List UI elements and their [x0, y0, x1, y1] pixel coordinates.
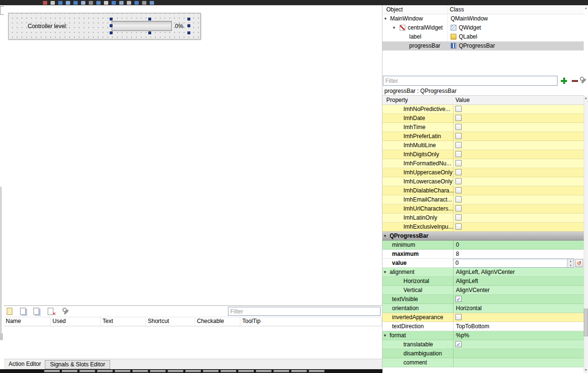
checkbox-unchecked[interactable] — [455, 133, 462, 139]
taskbar-window[interactable] — [132, 370, 148, 373]
selection-handle[interactable] — [187, 18, 190, 20]
taskbar-window[interactable] — [256, 370, 272, 373]
property-row[interactable]: textVisible✓ — [382, 295, 584, 304]
property-row[interactable]: disambiguation — [382, 349, 584, 358]
checkbox-unchecked[interactable] — [455, 151, 462, 157]
checkbox-unchecked[interactable] — [455, 106, 462, 112]
property-row[interactable]: invertedAppearance — [382, 313, 584, 322]
checkbox-unchecked[interactable] — [455, 160, 462, 166]
configure-property-editor-icon[interactable] — [579, 76, 588, 85]
taskbar-window[interactable] — [62, 370, 78, 373]
layout-grid-icon[interactable] — [134, 1, 139, 5]
property-row[interactable]: ImhPreferLatin — [382, 132, 584, 141]
configure-action-editor-icon[interactable] — [62, 307, 71, 316]
copy-icon[interactable] — [66, 1, 70, 5]
scroll-down-icon[interactable]: ▼ — [584, 368, 588, 373]
value-spinbox[interactable]: 0▴▾ — [453, 259, 574, 268]
expander-icon[interactable]: ▾ — [384, 268, 386, 276]
property-row[interactable]: translatable✓ — [382, 340, 584, 349]
property-row[interactable]: ImhNoPredictive... — [382, 105, 584, 114]
paste-icon[interactable] — [73, 1, 78, 5]
taskbar-window[interactable] — [97, 370, 113, 373]
adjust-size-icon[interactable] — [150, 1, 154, 5]
add-dynamic-property-icon[interactable] — [560, 77, 568, 85]
save-icon[interactable] — [51, 1, 55, 5]
taskbar-window[interactable] — [238, 370, 254, 373]
property-row[interactable]: ImhTime — [382, 123, 584, 132]
property-row[interactable]: maximum8 — [382, 250, 584, 259]
taskbar-window[interactable] — [79, 370, 95, 373]
taskbar-window[interactable] — [114, 370, 131, 373]
expander-icon[interactable]: ▾ — [384, 232, 386, 240]
property-row[interactable]: VerticalAlignVCenter — [382, 286, 584, 295]
tab-action-editor[interactable]: Action Editor — [4, 359, 46, 369]
taskbar-window[interactable] — [273, 370, 289, 373]
checkbox-unchecked[interactable] — [455, 196, 462, 202]
taskbar-window[interactable] — [167, 370, 184, 373]
checkbox-unchecked[interactable] — [455, 314, 462, 320]
form-editor-canvas[interactable] — [4, 5, 382, 305]
taskbar-window[interactable] — [150, 370, 166, 373]
property-row[interactable]: ▾alignmentAlignLeft, AlignVCenter — [382, 268, 584, 277]
selection-handle[interactable] — [148, 31, 151, 34]
layout-horizontal-icon[interactable] — [96, 1, 101, 5]
property-row[interactable]: ImhExclusiveInpu... — [382, 222, 584, 232]
layout-splitter-vertical-icon[interactable] — [119, 1, 124, 5]
object-row[interactable]: ▾centralWidgetQWidget — [382, 23, 584, 32]
taskbar-window[interactable] — [220, 370, 237, 373]
property-row[interactable]: textDirectionTopToBottom — [382, 322, 584, 331]
undo-icon[interactable] — [81, 1, 85, 5]
selection-handle[interactable] — [148, 18, 151, 20]
selection-handle[interactable] — [110, 31, 113, 34]
spinbox-arrows[interactable]: ▴▾ — [567, 259, 574, 267]
spin-up-icon[interactable]: ▴ — [567, 259, 574, 263]
property-row[interactable]: orientationHorizontal — [382, 304, 584, 313]
checkbox-unchecked[interactable] — [455, 223, 462, 230]
taskbar-window[interactable] — [203, 370, 219, 373]
action-filter-input[interactable] — [228, 307, 381, 316]
property-row[interactable]: ImhFormattedNu... — [382, 159, 584, 168]
taskbar-window[interactable] — [309, 370, 325, 373]
new-action-icon[interactable] — [6, 307, 14, 316]
scroll-up-icon[interactable]: ▲ — [584, 6, 588, 10]
object-row[interactable]: progressBarQProgressBar — [382, 41, 584, 50]
property-row[interactable]: ▾format%p% — [382, 331, 584, 340]
layout-splitter-horizontal-icon[interactable] — [112, 1, 116, 5]
checkbox-unchecked[interactable] — [455, 142, 462, 148]
property-row[interactable]: HorizontalAlignLeft — [382, 277, 584, 286]
selection-handle[interactable] — [110, 24, 113, 27]
form-label-widget[interactable]: Controller level: — [28, 22, 67, 30]
property-row[interactable]: ImhMultiLine — [382, 141, 584, 150]
object-row[interactable]: labelQLabel — [382, 32, 584, 41]
expander-icon[interactable]: ▾ — [393, 23, 395, 32]
property-scrollbar-thumb[interactable] — [584, 309, 588, 336]
property-row[interactable]: ImhDate — [382, 114, 584, 123]
property-row[interactable]: value0▴▾↺ — [382, 259, 584, 268]
redo-icon[interactable] — [89, 1, 93, 5]
layout-vertical-icon[interactable] — [104, 1, 108, 5]
expander-icon[interactable]: ▾ — [384, 331, 386, 340]
checkbox-unchecked[interactable] — [455, 214, 462, 221]
property-row[interactable]: minimum0 — [382, 241, 584, 250]
taskbar-window[interactable] — [44, 370, 60, 373]
remove-dynamic-property-icon[interactable] — [571, 77, 579, 85]
taskbar-window[interactable] — [185, 370, 201, 373]
copy-action-icon[interactable] — [19, 307, 28, 316]
tab-signals-slots-editor[interactable]: Signals & Slots Editor — [45, 360, 110, 369]
property-row[interactable]: ImhUppercaseOnly — [382, 168, 584, 177]
edit-widgets-icon[interactable] — [43, 1, 47, 5]
checkbox-unchecked[interactable] — [455, 169, 462, 175]
layout-form-icon[interactable] — [127, 1, 131, 5]
property-filter-input[interactable] — [383, 76, 557, 86]
delete-action-icon[interactable]: ✕ — [47, 307, 55, 316]
paste-action-icon[interactable] — [32, 307, 41, 316]
cut-icon[interactable] — [58, 1, 62, 5]
property-row[interactable]: ImhDialableChara... — [382, 186, 584, 195]
property-row[interactable]: ImhUrlCharacters... — [382, 204, 584, 213]
selection-handle[interactable] — [110, 18, 113, 20]
checkbox-unchecked[interactable] — [455, 124, 462, 130]
break-layout-icon[interactable] — [142, 1, 146, 5]
taskbar-window[interactable] — [291, 370, 307, 373]
object-row[interactable]: ▾MainWindowQMainWindow — [382, 14, 584, 23]
expander-icon[interactable]: ▾ — [384, 14, 387, 23]
